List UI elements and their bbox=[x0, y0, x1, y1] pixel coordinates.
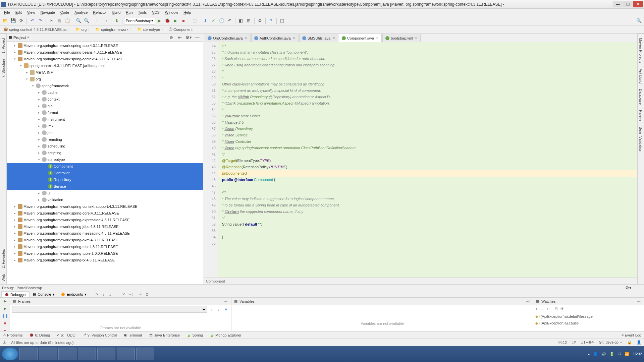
bottom-tab[interactable]: ⎇9: Version Control bbox=[81, 333, 118, 337]
vcs-commit-icon[interactable]: ✓ bbox=[210, 17, 217, 24]
watch-down-icon[interactable]: ↓ bbox=[551, 307, 553, 311]
breadcrumb-item[interactable]: 📁org bbox=[73, 27, 93, 32]
line-ending[interactable]: LF bbox=[572, 341, 576, 345]
sync-icon[interactable]: ⟳ bbox=[17, 17, 25, 24]
tab-endpoints[interactable]: 🔶 Endpoints ▾ bbox=[58, 292, 89, 297]
editor-breadcrumb[interactable]: Component bbox=[203, 278, 637, 284]
project-tree[interactable]: ▸Maven: org.springframework:spring-aop:4… bbox=[7, 42, 203, 284]
bottom-tab[interactable]: ▣Terminal bbox=[122, 333, 143, 337]
breadcrumb-item[interactable]: 📁stereotype bbox=[135, 27, 167, 32]
tree-node[interactable]: ▾org bbox=[7, 76, 203, 82]
tree-node[interactable]: ▸Maven: org.springframework:spring-aop:4… bbox=[7, 42, 203, 49]
back-icon[interactable]: ← bbox=[94, 17, 101, 24]
maximize-button[interactable]: ▢ bbox=[623, 1, 633, 7]
breadcrumb-item[interactable]: ⒸComponent bbox=[167, 27, 196, 32]
left-tab[interactable]: 1: Project bbox=[1, 35, 6, 56]
right-tab[interactable]: Palette bbox=[638, 107, 643, 124]
tree-node[interactable]: ▸format bbox=[7, 109, 203, 116]
tree-node[interactable]: IComponent bbox=[7, 163, 203, 170]
bottom-tab[interactable]: ✓6: TODO bbox=[55, 333, 77, 337]
code-body[interactable]: /** * Indicates that an annotated class … bbox=[218, 42, 637, 278]
tree-node[interactable]: ▸Maven: org.springframework:spring-oxm:4… bbox=[7, 237, 203, 243]
watch-item[interactable]: ◆((ApiException)a).cause bbox=[535, 320, 642, 326]
tab-debugger[interactable]: 🐞 Debugger bbox=[1, 291, 30, 297]
left-tab[interactable]: Web bbox=[1, 271, 6, 284]
hector-icon[interactable]: 👤 bbox=[637, 340, 641, 345]
tree-node[interactable]: ▸Maven: org.springframework:spring-conte… bbox=[7, 203, 203, 210]
menu-navigate[interactable]: Navigate bbox=[38, 10, 57, 14]
vcs-revert-icon[interactable]: ↶ bbox=[226, 17, 233, 24]
close-button[interactable]: ✕ bbox=[633, 1, 643, 7]
tree-node[interactable]: ▸Maven: org.springframework:spring-tuple… bbox=[7, 250, 203, 257]
menu-file[interactable]: File bbox=[1, 10, 13, 14]
db-icon[interactable]: ⊞ bbox=[245, 17, 253, 24]
tree-node[interactable]: ▸jndi bbox=[7, 129, 203, 136]
debug-hide-icon[interactable]: — bbox=[635, 284, 642, 292]
coverage-icon[interactable]: ▶ bbox=[172, 17, 179, 24]
stop-icon[interactable]: ■ bbox=[180, 17, 187, 24]
tree-node[interactable]: ▾Maven: org.springframework:spring-conte… bbox=[7, 56, 203, 62]
watch-item[interactable]: ◆((ApiException)a).detailMessage bbox=[535, 313, 642, 320]
breadcrumb-item[interactable]: 📁springframework bbox=[93, 27, 135, 32]
trace-icon[interactable]: ≣ bbox=[144, 291, 150, 297]
bottom-tab[interactable]: ⚠Problems bbox=[1, 333, 24, 337]
menu-edit[interactable]: Edit bbox=[13, 10, 24, 14]
tree-node[interactable]: ▾springframework bbox=[7, 82, 203, 89]
tree-node[interactable]: ▸Maven: org.springframework:spring-core:… bbox=[7, 210, 203, 217]
tree-node[interactable]: ▸instrument bbox=[7, 116, 203, 123]
watch-up-icon[interactable]: ↑ bbox=[546, 307, 548, 311]
debug-settings-icon[interactable]: ⚙▾ bbox=[625, 284, 632, 292]
vcs-update-icon[interactable]: ⬇ bbox=[202, 17, 209, 24]
left-tab[interactable]: 2: Favorites bbox=[1, 246, 6, 271]
show-watch-icon[interactable]: 👁 bbox=[560, 307, 564, 311]
pause-icon[interactable]: ❚❚ bbox=[2, 314, 8, 320]
taskbar-app5[interactable] bbox=[97, 348, 115, 360]
tree-node[interactable]: ▸ui bbox=[7, 190, 203, 196]
taskbar-intellij[interactable] bbox=[39, 348, 57, 360]
tree-node[interactable]: IController bbox=[7, 170, 203, 176]
tree-node[interactable]: ▸Maven: org.springframework:spring-test:… bbox=[7, 243, 203, 250]
encoding[interactable]: UTF-8≑ bbox=[581, 340, 594, 345]
search-everywhere-icon[interactable]: 🔍 bbox=[635, 17, 643, 24]
tree-node[interactable]: ▸validation bbox=[7, 196, 203, 203]
tree-node[interactable]: ▸remoting bbox=[7, 136, 203, 143]
menu-help[interactable]: Help bbox=[181, 10, 194, 14]
run-icon[interactable]: ▶ bbox=[156, 17, 163, 24]
scroll-from-source-icon[interactable]: ⊕ bbox=[167, 34, 175, 41]
right-tab[interactable]: Bean Validation bbox=[638, 124, 643, 155]
step-into-icon[interactable]: ↓ bbox=[101, 291, 107, 297]
tree-node[interactable]: ▾spring-context-4.3.11.RELEASE.jar libra… bbox=[7, 62, 203, 69]
paste-icon[interactable]: 📋 bbox=[64, 17, 71, 24]
taskbar-app7[interactable] bbox=[136, 348, 154, 360]
collapse-all-icon[interactable]: ⇤ bbox=[176, 34, 183, 41]
jrebel-icon[interactable]: ⬚ bbox=[278, 17, 286, 24]
tree-node[interactable]: ▸META-INF bbox=[7, 69, 203, 76]
tree-node[interactable]: ▸Maven: org.springframework:spring-tx:4.… bbox=[7, 257, 203, 263]
editor-tab[interactable]: SMSUtils.java✕ bbox=[299, 34, 338, 42]
thread-selector[interactable] bbox=[12, 306, 207, 313]
git-branch[interactable]: Git: develop ≑ bbox=[599, 340, 623, 345]
step-over-icon[interactable]: ↷ bbox=[94, 291, 100, 297]
menu-vcs[interactable]: VCS bbox=[149, 10, 162, 14]
menu-run[interactable]: Run bbox=[123, 10, 135, 14]
bottom-tab[interactable]: 🍃Mongo Explorer bbox=[208, 333, 243, 337]
remove-watch-icon[interactable]: — bbox=[540, 307, 544, 311]
tree-node[interactable]: IService bbox=[7, 183, 203, 190]
minimize-button[interactable]: — bbox=[613, 1, 623, 7]
open-icon[interactable]: 📂 bbox=[1, 17, 9, 24]
tab-console[interactable]: ▤ Console ▾ bbox=[30, 292, 57, 297]
lock-icon[interactable]: 🔒 bbox=[627, 340, 632, 345]
event-log[interactable]: ≡Event Log bbox=[620, 333, 643, 337]
menu-analyze[interactable]: Analyze bbox=[72, 10, 90, 14]
help-icon[interactable]: ? bbox=[267, 17, 275, 24]
right-tab[interactable]: Maven Projects bbox=[638, 35, 643, 66]
settings-gear-icon[interactable]: ⚙▾ bbox=[185, 34, 192, 41]
tree-node[interactable]: ▸context bbox=[7, 96, 203, 103]
frame-up-icon[interactable]: ↑ bbox=[208, 306, 214, 312]
tree-node[interactable]: ▸scheduling bbox=[7, 143, 203, 149]
frame-down-icon[interactable]: ↓ bbox=[216, 306, 222, 312]
tree-node[interactable]: ▸ejb bbox=[7, 103, 203, 109]
run-config-selector[interactable]: PortalBootstrap ▾ bbox=[124, 17, 155, 24]
force-step-into-icon[interactable]: ⤓ bbox=[107, 291, 113, 297]
evaluate-icon[interactable]: ≡ bbox=[138, 291, 144, 297]
